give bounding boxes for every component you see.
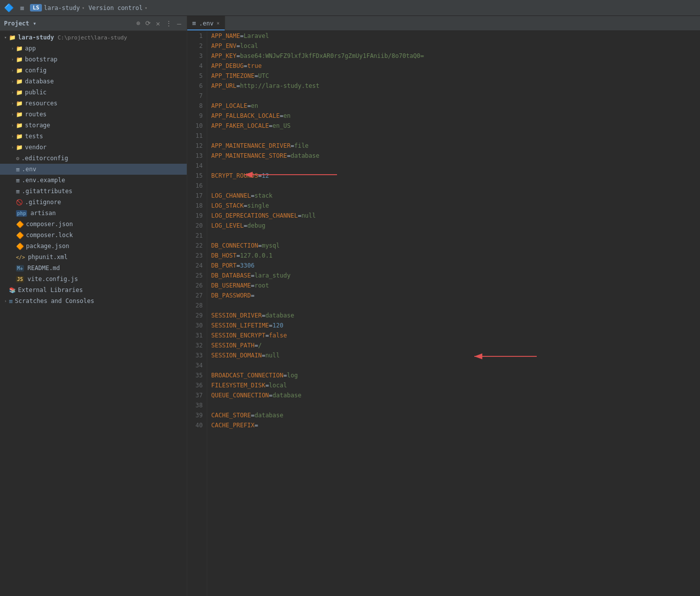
code-key-33: SESSION_DOMAIN	[211, 350, 262, 360]
code-line-37: QUEUE_CONNECTION=database	[211, 390, 700, 400]
line-number-10: 10	[191, 121, 203, 131]
tree-item-env-example[interactable]: ≡ .env.example	[0, 175, 187, 186]
code-key-27: DB_PASSWORD	[211, 291, 251, 300]
line-number-31: 31	[191, 330, 203, 340]
sync-button[interactable]: ⊕	[135, 19, 142, 27]
editor-wrapper: 1234567891011121314151617181920212223242…	[187, 31, 700, 596]
code-line-27: DB_PASSWORD=	[211, 291, 700, 300]
line-number-16: 16	[191, 181, 203, 191]
tab-env-close[interactable]: ×	[217, 20, 220, 26]
more-button[interactable]: ⋮	[164, 19, 174, 28]
tree-item-vendor[interactable]: › 📁 vendor	[0, 142, 187, 153]
tree-item-env[interactable]: ≡ .env	[0, 164, 187, 175]
tree-item-vite-config[interactable]: JS vite.config.js	[0, 274, 187, 285]
code-key-25: DB_DATABASE	[211, 271, 251, 281]
tree-item-scratches[interactable]: › ≡ Scratches and Consoles	[0, 296, 187, 306]
line-number-38: 38	[191, 400, 203, 410]
code-key-1: APP_NAME	[211, 31, 240, 41]
code-key-32: SESSION_PATH	[211, 340, 255, 350]
external-libs-icon: 📚	[9, 287, 16, 294]
tree-arrow-config: ›	[9, 68, 16, 73]
tree-item-storage[interactable]: › 📁 storage	[0, 120, 187, 131]
code-line-2: APP_ENV=local	[211, 41, 700, 51]
code-line-10: APP_FAKER_LOCALE=en_US	[211, 121, 700, 131]
code-val-37: database	[273, 390, 302, 400]
menu-button[interactable]: ≡	[18, 3, 26, 13]
sidebar-tree: ▾ 📁 lara-study C:\project\lara-study › 📁…	[0, 31, 187, 596]
tree-item-gitignore[interactable]: 🚫 .gitignore	[0, 197, 187, 208]
tree-item-config[interactable]: › 📁 config	[0, 65, 187, 76]
tree-item-resources[interactable]: › 📁 resources	[0, 98, 187, 109]
line-number-2: 2	[191, 41, 203, 51]
code-val-6: http://lara-study.test	[240, 81, 320, 91]
project-selector[interactable]: LS lara-study ▾	[30, 4, 84, 11]
tree-item-package-json[interactable]: 🔶 package.json	[0, 241, 187, 252]
close-sidebar-button[interactable]: ✕	[154, 19, 161, 28]
line-number-11: 11	[191, 131, 203, 141]
code-line-7	[211, 91, 700, 101]
tree-label-scratches: Scratches and Consoles	[15, 298, 94, 304]
code-line-30: SESSION_LIFETIME=120	[211, 320, 700, 330]
code-line-17: LOG_CHANNEL=stack	[211, 191, 700, 201]
line-number-15: 15	[191, 171, 203, 181]
folder-icon-database: 📁	[16, 78, 23, 85]
editor-area: ≡ .env × 1234567891011121314151617181920…	[187, 16, 700, 596]
tree-item-gitattributes[interactable]: ≡ .gitattributes	[0, 186, 187, 197]
artisan-icon: php	[16, 210, 27, 217]
tree-label-artisan: artisan	[30, 210, 56, 217]
tree-item-database[interactable]: › 📁 database	[0, 76, 187, 87]
code-val-29: database	[265, 310, 294, 320]
tab-env[interactable]: ≡ .env ×	[187, 16, 225, 30]
code-eq-15: =	[258, 171, 262, 181]
version-control-button[interactable]: Version control ▾	[88, 4, 147, 11]
tree-item-public[interactable]: › 📁 public	[0, 87, 187, 98]
code-val-22: mysql	[262, 241, 280, 251]
code-line-24: DB_PORT=3306	[211, 261, 700, 271]
code-key-30: SESSION_LIFETIME	[211, 320, 269, 330]
tree-item-routes[interactable]: › 📁 routes	[0, 109, 187, 120]
code-line-33: SESSION_DOMAIN=null	[211, 350, 700, 360]
line-number-21: 21	[191, 231, 203, 241]
tab-env-label: .env	[199, 20, 214, 27]
tree-item-artisan[interactable]: php artisan	[0, 208, 187, 219]
code-eq-13: =	[287, 151, 291, 161]
tree-arrow-vendor: ›	[9, 145, 16, 150]
code-key-4: APP_DEBUG	[211, 61, 244, 71]
tree-item-editorconfig[interactable]: ⚙ .editorconfig	[0, 153, 187, 164]
code-line-31: SESSION_ENCRYPT=false	[211, 330, 700, 340]
vc-chevron: ▾	[145, 5, 147, 10]
tree-item-bootstrap[interactable]: › 📁 bootstrap	[0, 54, 187, 65]
refresh-button[interactable]: ⟳	[144, 19, 152, 27]
tree-arrow-scratches: ›	[2, 298, 9, 303]
line-number-4: 4	[191, 61, 203, 71]
tree-item-readme[interactable]: M+ README.md	[0, 263, 187, 274]
tree-item-app[interactable]: › 📁 app	[0, 43, 187, 54]
line-number-27: 27	[191, 291, 203, 300]
code-key-24: DB_PORT	[211, 261, 237, 271]
line-number-26: 26	[191, 281, 203, 291]
tree-item-phpunit-xml[interactable]: </> phpunit.xml	[0, 252, 187, 263]
code-eq-10: =	[269, 121, 273, 131]
code-key-6: APP_URL	[211, 81, 237, 91]
line-number-24: 24	[191, 261, 203, 271]
tree-item-composer-lock[interactable]: 🔶 composer.lock	[0, 230, 187, 241]
tab-bar: ≡ .env ×	[187, 16, 700, 31]
composer-json-icon: 🔶	[16, 221, 24, 228]
code-container[interactable]: 1234567891011121314151617181920212223242…	[187, 31, 700, 596]
tree-item-lara-study[interactable]: ▾ 📁 lara-study C:\project\lara-study	[0, 32, 187, 43]
tree-item-tests[interactable]: › 📁 tests	[0, 131, 187, 142]
code-val-1: Laravel	[244, 31, 269, 41]
code-line-8: APP_LOCALE=en	[211, 101, 700, 111]
main-area: Project ▾ ⊕ ⟳ ✕ ⋮ — ▾ 📁 lara-study C:\pr…	[0, 16, 700, 596]
code-lines: APP_NAME=LaravelAPP_ENV=localAPP_KEY=bas…	[207, 31, 700, 596]
code-val-24: 3306	[240, 261, 255, 271]
tree-label-gitignore: .gitignore	[25, 199, 61, 206]
tree-item-composer-json[interactable]: 🔶 composer.json	[0, 219, 187, 230]
folder-icon-vendor: 📁	[16, 144, 23, 151]
minimize-button[interactable]: —	[176, 19, 183, 28]
code-line-29: SESSION_DRIVER=database	[211, 310, 700, 320]
tree-item-external-libs[interactable]: 📚 External Libraries	[0, 285, 187, 296]
code-key-3: APP_KEY	[211, 51, 237, 61]
code-line-23: DB_HOST=127.0.0.1	[211, 251, 700, 261]
code-line-12: APP_MAINTENANCE_DRIVER=file	[211, 141, 700, 151]
